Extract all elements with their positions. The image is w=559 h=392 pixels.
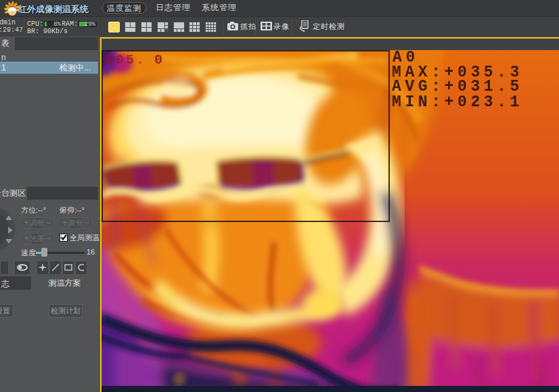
svg-text:D05.: D05. — [106, 52, 146, 68]
svg-text:0: 0 — [154, 52, 164, 68]
svg-text:MIN:+023.1: MIN:+023.1 — [392, 93, 523, 111]
